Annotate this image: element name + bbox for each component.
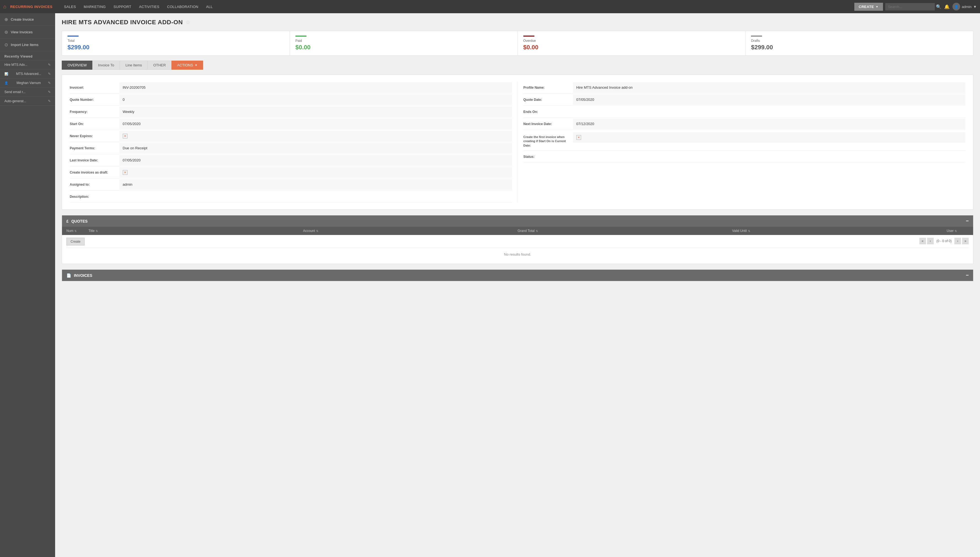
field-invoice-num: Invoice#: INV-20200705 <box>70 81 512 94</box>
label-description: Description: <box>70 192 119 201</box>
stat-bar-overdue <box>523 36 534 37</box>
user-menu[interactable]: 👤 admin ▼ <box>952 3 977 10</box>
label-never-expires: Never Expires: <box>70 131 119 141</box>
sort-icon[interactable]: ⇅ <box>748 230 750 233</box>
edit-icon[interactable]: ✎ <box>48 72 51 76</box>
person-icon: 👤 <box>5 81 8 85</box>
stat-total: Total $299.00 <box>62 31 290 55</box>
notifications-icon[interactable]: 🔔 <box>944 4 950 9</box>
col-account: Account ⇅ <box>303 229 518 233</box>
recent-item-2[interactable]: 📊 MTS Advanced... ✎ <box>0 69 55 78</box>
checkbox-create-first-invoice[interactable]: ✕ <box>576 135 581 140</box>
tab-other[interactable]: OTHER <box>147 60 171 70</box>
tab-invoice-to[interactable]: Invoice To <box>92 60 120 70</box>
invoices-collapse-button[interactable]: − <box>966 272 969 278</box>
nav-all[interactable]: ALL <box>202 0 217 13</box>
stat-drafts: Drafts $299.00 <box>745 31 973 55</box>
edit-icon[interactable]: ✎ <box>48 63 51 67</box>
sidebar-item-view-invoices[interactable]: ⊜ View Invoices <box>0 26 55 39</box>
sidebar-item-create-invoice[interactable]: ⊕ Create Invoice <box>0 13 55 26</box>
stat-overdue-value: $0.00 <box>523 44 740 51</box>
user-dropdown-arrow: ▼ <box>973 5 977 9</box>
field-ends-on: Ends On: <box>523 106 965 118</box>
pg-info: (0 - 0 of 0) <box>935 239 953 243</box>
edit-icon[interactable]: ✎ <box>48 81 51 85</box>
checkbox-create-as-draft[interactable]: ✕ <box>122 170 127 175</box>
edit-icon[interactable]: ✎ <box>48 99 51 103</box>
value-never-expires: ✕ <box>119 131 512 141</box>
stat-drafts-label: Drafts <box>751 39 968 43</box>
sort-icon[interactable]: ⇅ <box>536 230 538 233</box>
favorite-star-icon[interactable]: ☆ <box>186 19 191 26</box>
sidebar-item-label: View Invoices <box>11 30 33 34</box>
page-title: HIRE MTS ADVANCED INVOICE ADD-ON <box>62 19 183 26</box>
pg-last-button[interactable]: » <box>962 238 969 244</box>
create-button[interactable]: CREATE ▼ <box>854 3 883 11</box>
stat-bar-paid <box>295 36 307 37</box>
form-right-col: Profile Name: Hire MTS Advanced Invoice … <box>518 81 965 203</box>
invoices-section: 📄 INVOICES − <box>62 269 973 281</box>
recently-viewed-label: Recently Viewed <box>0 51 55 60</box>
quotes-create-button[interactable]: Create <box>67 238 85 246</box>
avatar: 👤 <box>952 3 960 10</box>
value-assigned-to: admin <box>119 179 512 190</box>
tab-actions[interactable]: ACTIONS ▼ <box>171 60 204 70</box>
label-ends-on: Ends On: <box>523 107 573 117</box>
sidebar-item-label: Create Invoice <box>11 17 34 21</box>
main-layout: ⊕ Create Invoice ⊜ View Invoices ⊙ Impor… <box>0 13 980 557</box>
quotes-section-body: Create « ‹ (0 - 0 of 0) › » No results f… <box>62 235 973 264</box>
quotes-table-header: Num ⇅ Title ⇅ Account ⇅ Grand Total ⇅ Va… <box>62 227 973 235</box>
sidebar-item-label: Import Line Items <box>11 43 38 47</box>
field-frequency: Frequency: Weekly <box>70 106 512 118</box>
stat-total-value: $299.00 <box>67 44 284 51</box>
value-next-invoice-date: 07/12/2020 <box>573 119 965 129</box>
import-icon: ⊙ <box>5 42 8 47</box>
sidebar-item-import-line-items[interactable]: ⊙ Import Line Items <box>0 39 55 51</box>
pg-first-button[interactable]: « <box>920 238 926 244</box>
actions-dropdown-arrow: ▼ <box>194 64 197 67</box>
pg-prev-button[interactable]: ‹ <box>927 238 934 244</box>
form-grid: Invoice#: INV-20200705 Quote Number: 0 F… <box>70 81 965 203</box>
recent-item-4[interactable]: Send email r... ✎ <box>0 88 55 97</box>
recent-item-3[interactable]: 👤 Meghan Varnum ✎ <box>0 78 55 88</box>
field-create-first-invoice: Create the first invoice when creating i… <box>523 130 965 151</box>
label-assigned-to: Assigned to: <box>70 180 119 189</box>
chart-icon: 📊 <box>5 72 8 76</box>
sort-icon[interactable]: ⇅ <box>96 230 98 233</box>
pg-next-button[interactable]: › <box>954 238 961 244</box>
nav-support[interactable]: SUPPORT <box>110 0 135 13</box>
value-invoice-num: INV-20200705 <box>119 82 512 93</box>
value-frequency: Weekly <box>119 107 512 117</box>
nav-activities[interactable]: ACTIVITIES <box>135 0 163 13</box>
label-create-as-draft: Create invoices as draft: <box>70 168 119 177</box>
edit-icon[interactable]: ✎ <box>48 90 51 94</box>
form-left-col: Invoice#: INV-20200705 Quote Number: 0 F… <box>70 81 518 203</box>
value-last-invoice-date: 07/05/2020 <box>119 155 512 166</box>
search-icon[interactable]: 🔍 <box>936 4 941 9</box>
tab-line-items[interactable]: Line Items <box>120 60 147 70</box>
quotes-collapse-button[interactable]: − <box>966 218 969 224</box>
home-icon[interactable]: ⌂ <box>3 4 7 10</box>
nav-sales[interactable]: SALES <box>60 0 80 13</box>
nav-marketing[interactable]: MARKETING <box>80 0 110 13</box>
field-quote-number: Quote Number: 0 <box>70 94 512 106</box>
checkbox-never-expires[interactable]: ✕ <box>122 134 127 138</box>
plus-icon: ⊕ <box>5 17 8 22</box>
value-quote-number: 0 <box>119 94 512 105</box>
value-ends-on <box>573 107 965 117</box>
tab-overview[interactable]: OVERVIEW <box>62 60 92 70</box>
sort-icon[interactable]: ⇅ <box>74 230 77 233</box>
sort-icon[interactable]: ⇅ <box>316 230 318 233</box>
search-input[interactable] <box>885 3 935 10</box>
recent-item-5[interactable]: Auto-generat... ✎ <box>0 97 55 106</box>
main-content: HIRE MTS ADVANCED INVOICE ADD-ON ☆ Total… <box>55 13 980 557</box>
invoices-title: 📄 INVOICES <box>67 273 92 278</box>
label-last-invoice-date: Last Invoice Date: <box>70 156 119 165</box>
value-status <box>573 151 965 162</box>
field-never-expires: Never Expires: ✕ <box>70 130 512 142</box>
nav-collaboration[interactable]: COLLABORATION <box>163 0 202 13</box>
sort-icon[interactable]: ⇅ <box>955 230 957 233</box>
field-quote-date: Quote Date: 07/05/2020 <box>523 94 965 106</box>
recent-item-1[interactable]: Hire MTS Adv... ✎ <box>0 60 55 69</box>
label-create-first-invoice: Create the first invoice when creating i… <box>523 132 573 150</box>
